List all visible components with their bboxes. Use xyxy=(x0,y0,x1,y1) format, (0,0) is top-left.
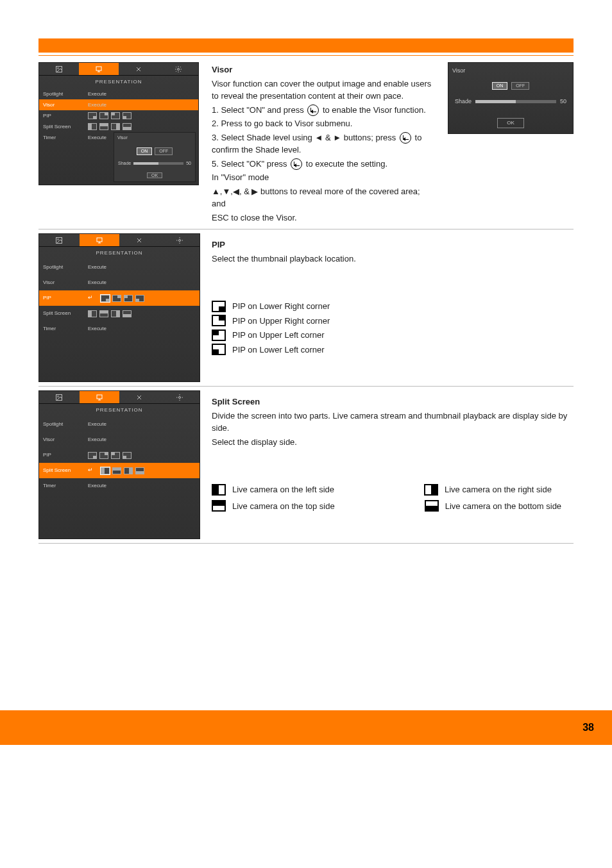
svg-point-3 xyxy=(178,68,180,70)
svg-point-5 xyxy=(58,238,59,240)
split-row: PRESENTATION SpotlightExecute VisorExecu… xyxy=(38,390,574,539)
screenshot-pip-menu: PRESENTATION SpotlightExecute VisorExecu… xyxy=(38,233,200,382)
popup-on: ON xyxy=(137,147,153,156)
header-bar xyxy=(38,38,574,53)
svg-point-1 xyxy=(58,67,59,69)
split-right-icon xyxy=(424,484,438,496)
pip-row: PRESENTATION SpotlightExecute VisorExecu… xyxy=(38,233,574,382)
pip-upper-right-icon xyxy=(212,315,226,326)
visor-heading: Visor xyxy=(212,65,232,74)
section-rule xyxy=(38,543,574,544)
svg-rect-10 xyxy=(97,395,102,399)
popup-off: OFF xyxy=(511,82,529,90)
svg-rect-6 xyxy=(97,238,102,242)
svg-rect-2 xyxy=(96,67,101,71)
visor-text: Visor Visor function can cover the outpu… xyxy=(212,62,435,225)
page-footer: 38 xyxy=(0,710,612,745)
screenshot-split-menu: PRESENTATION SpotlightExecute VisorExecu… xyxy=(38,390,200,539)
split-heading: Split Screen xyxy=(212,397,260,406)
tab-tools-icon xyxy=(119,63,158,75)
page-number: 38 xyxy=(582,720,594,735)
tab-image-icon xyxy=(39,63,79,75)
visor-row: PRESENTATION SpotlightExecute VisorExecu… xyxy=(38,62,574,225)
split-left-icon xyxy=(212,484,226,496)
split-top-icon xyxy=(212,500,226,512)
menu-row-split: Split Screen ↵ xyxy=(39,463,200,478)
popup-on: ON xyxy=(492,82,508,90)
visor-popup-overlay: Visor ON OFF Shade50 OK xyxy=(114,132,196,182)
tab-presentation-icon xyxy=(79,63,119,75)
header-rule xyxy=(38,55,574,56)
section-rule xyxy=(38,386,574,387)
svg-point-9 xyxy=(58,396,59,397)
svg-point-11 xyxy=(178,396,180,398)
pip-text: PIP Select the thumbnail playback locati… xyxy=(212,233,574,358)
pip-lower-left-icon xyxy=(212,344,226,355)
svg-point-7 xyxy=(178,239,180,241)
enter-icon xyxy=(291,158,302,170)
enter-icon xyxy=(400,132,411,144)
popup-off: OFF xyxy=(155,147,173,156)
pip-upper-left-icon xyxy=(212,330,226,341)
screenshot-visor-popup: Visor ON OFF Shade50 OK xyxy=(448,62,574,134)
menu-row-visor: VisorExecute xyxy=(39,99,198,110)
pip-lower-right-icon xyxy=(212,301,226,312)
enter-icon xyxy=(307,104,319,116)
section-rule xyxy=(38,229,574,230)
split-text: Split Screen Divide the screen into two … xyxy=(212,390,574,514)
menu-title: PRESENTATION xyxy=(39,76,198,88)
screenshot-visor-menu: PRESENTATION SpotlightExecute VisorExecu… xyxy=(38,62,199,185)
split-bottom-icon xyxy=(425,500,439,512)
menu-row-pip: PIP ↵ xyxy=(39,290,200,306)
tab-settings-icon xyxy=(158,63,198,75)
pip-heading: PIP xyxy=(212,240,225,249)
